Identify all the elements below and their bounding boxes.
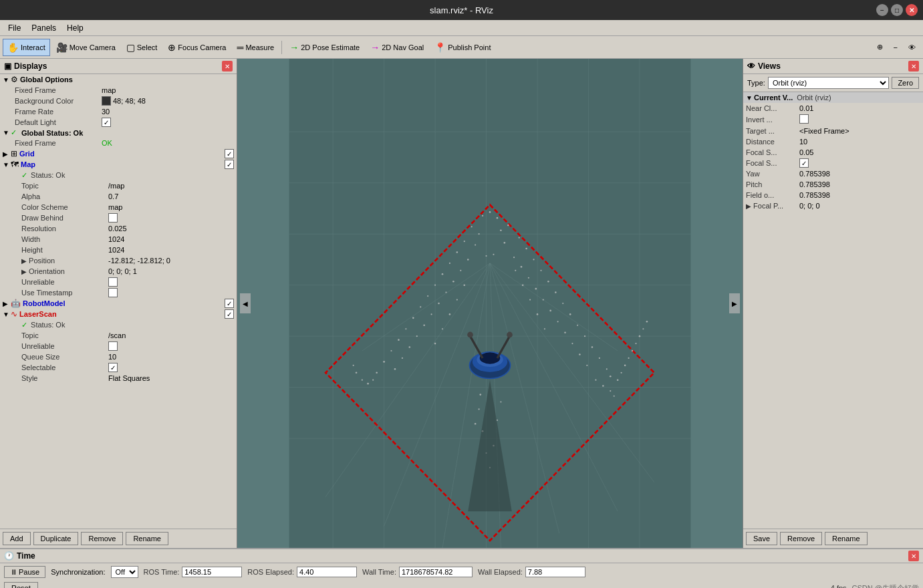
invert-value xyxy=(799,114,809,125)
toolbar-eye-button[interactable]: 👁 xyxy=(904,39,920,56)
ros-elapsed-label: ROS Elapsed: xyxy=(247,568,294,576)
interact-label: Interact xyxy=(21,43,45,51)
grid-item[interactable]: ▶ ⊞ Grid ✓ xyxy=(0,148,237,159)
current-view-expand[interactable]: ▼ xyxy=(746,94,754,102)
views-tree: ▼ Current V... Orbit (rviz) Near Cl... 0… xyxy=(743,92,923,529)
close-button[interactable]: ✕ xyxy=(906,4,918,16)
menu-panels[interactable]: Panels xyxy=(26,22,61,34)
map-position-expand[interactable]: ▶ xyxy=(21,257,27,265)
sync-select[interactable]: Off xyxy=(111,566,138,578)
publish-point-button[interactable]: 📍 Publish Point xyxy=(430,39,495,56)
select-button[interactable]: ▢ Select xyxy=(122,39,162,56)
2d-nav-label: 2D Nav Goal xyxy=(382,43,424,51)
svg-point-33 xyxy=(519,237,520,239)
global-status-item[interactable]: ▼ ✓ Global Status: Ok xyxy=(0,128,237,138)
svg-point-79 xyxy=(564,331,566,333)
toolbar-move2-button[interactable]: ⊕ xyxy=(872,39,888,56)
toolbar-zoom-out-button[interactable]: − xyxy=(889,39,902,56)
target-frame-name: Target ... xyxy=(746,127,799,135)
robotmodel-checkbox[interactable]: ✓ xyxy=(225,299,234,308)
grid-expand[interactable]: ▶ xyxy=(3,150,11,158)
svg-point-36 xyxy=(449,263,450,264)
move-camera-button[interactable]: 🎥 Move Camera xyxy=(51,39,120,56)
views-zero-button[interactable]: Zero xyxy=(892,77,919,89)
map-checkbox[interactable]: ✓ xyxy=(225,160,234,169)
current-view-section[interactable]: ▼ Current V... Orbit (rviz) xyxy=(743,92,923,103)
2d-pose-button[interactable]: → 2D Pose Estimate xyxy=(285,39,364,56)
laserscan-item[interactable]: ▼ ∿ LaserScan ✓ xyxy=(0,309,237,319)
svg-point-51 xyxy=(584,335,585,337)
pitch-prop: Pitch 0.785398 xyxy=(743,179,923,190)
2d-pose-icon: → xyxy=(289,42,299,53)
ls-selectable-checkbox[interactable]: ✓ xyxy=(108,363,118,372)
robotmodel-item[interactable]: ▶ 🤖 RobotModel ✓ xyxy=(0,298,237,309)
duplicate-display-button[interactable]: Duplicate xyxy=(33,532,79,545)
interact-button[interactable]: ✋ Interact xyxy=(3,39,50,56)
displays-panel-close-button[interactable]: ✕ xyxy=(222,61,233,71)
focus-camera-button[interactable]: ⊕ Focus Camera xyxy=(163,39,231,56)
svg-point-126 xyxy=(480,352,501,363)
global-status-expand[interactable]: ▼ xyxy=(3,129,11,136)
reset-button[interactable]: Reset xyxy=(4,582,38,588)
focus-camera-label: Focus Camera xyxy=(178,43,226,51)
map-item[interactable]: ▼ 🗺 Map ✓ xyxy=(0,159,237,170)
map-unreliable-checkbox[interactable] xyxy=(108,277,118,287)
ls-unreliable-checkbox[interactable] xyxy=(108,341,118,351)
map-alpha-name: Alpha xyxy=(21,192,108,200)
laserscan-expand[interactable]: ▼ xyxy=(3,311,11,318)
map-draw-behind-checkbox[interactable] xyxy=(108,213,118,223)
wall-time-group: Wall Time: xyxy=(362,567,473,577)
focal-s2-checkbox[interactable]: ✓ xyxy=(799,158,809,168)
maximize-button[interactable]: □ xyxy=(891,4,903,16)
global-options-item[interactable]: ▼ ⚙ Global Options xyxy=(0,74,237,85)
2d-nav-button[interactable]: → 2D Nav Goal xyxy=(366,39,428,56)
fixed-frame-name: Fixed Frame xyxy=(15,86,102,94)
time-panel-close-button[interactable]: ✕ xyxy=(908,551,919,561)
invert-checkbox[interactable] xyxy=(799,114,809,124)
svg-point-78 xyxy=(416,335,418,337)
field-of-view-value: 0.785398 xyxy=(799,191,830,199)
move-camera-icon: 🎥 xyxy=(56,42,68,53)
save-view-button[interactable]: Save xyxy=(746,532,777,545)
views-panel-close-button[interactable]: ✕ xyxy=(908,61,919,71)
rename-display-button[interactable]: Rename xyxy=(126,532,168,545)
remove-view-button[interactable]: Remove xyxy=(780,532,822,545)
frame-rate-value: 30 xyxy=(102,108,110,116)
default-light-checkbox[interactable]: ✓ xyxy=(102,118,111,127)
3d-view[interactable]: ◀ ▶ xyxy=(237,59,743,548)
rename-view-button[interactable]: Rename xyxy=(825,532,868,545)
grid-checkbox[interactable]: ✓ xyxy=(225,149,234,158)
svg-point-35 xyxy=(525,248,527,250)
focal-point-expand[interactable]: ▶ xyxy=(746,202,751,210)
map-alpha-value: 0.7 xyxy=(108,192,118,200)
svg-point-54 xyxy=(383,361,385,363)
ros-time-input[interactable] xyxy=(182,567,242,577)
svg-point-116 xyxy=(544,328,545,329)
remove-display-button[interactable]: Remove xyxy=(81,532,123,545)
robotmodel-expand[interactable]: ▶ xyxy=(3,300,11,307)
laserscan-checkbox[interactable]: ✓ xyxy=(225,309,234,319)
toolbar-eye-icon: 👁 xyxy=(908,43,916,51)
menu-file[interactable]: File xyxy=(3,22,26,34)
map-use-timestamp-checkbox[interactable] xyxy=(108,288,118,297)
map-orientation-expand[interactable]: ▶ xyxy=(21,268,27,275)
view-arrow-right[interactable]: ▶ xyxy=(729,293,740,313)
ros-elapsed-input[interactable] xyxy=(297,567,357,577)
map-alpha-prop: Alpha 0.7 xyxy=(0,191,237,202)
measure-button[interactable]: ═ Measure xyxy=(232,39,279,56)
wall-time-input[interactable] xyxy=(399,567,473,577)
ls-style-prop: Style Flat Squares xyxy=(0,373,237,384)
view-arrow-left[interactable]: ◀ xyxy=(240,293,251,313)
global-options-expand[interactable]: ▼ xyxy=(3,76,11,84)
views-panel-footer: Save Remove Rename xyxy=(743,529,923,548)
invert-prop: Invert ... xyxy=(743,114,923,126)
views-type-select[interactable]: Orbit (rviz) xyxy=(768,77,889,89)
map-expand[interactable]: ▼ xyxy=(3,161,11,168)
wall-elapsed-input[interactable] xyxy=(525,567,585,577)
pause-button[interactable]: ⏸ Pause xyxy=(4,566,45,578)
ls-unreliable-value xyxy=(108,341,118,351)
menu-help[interactable]: Help xyxy=(61,22,89,34)
grid-icon: ⊞ xyxy=(11,149,17,158)
add-display-button[interactable]: Add xyxy=(3,532,31,545)
minimize-button[interactable]: − xyxy=(876,4,888,16)
